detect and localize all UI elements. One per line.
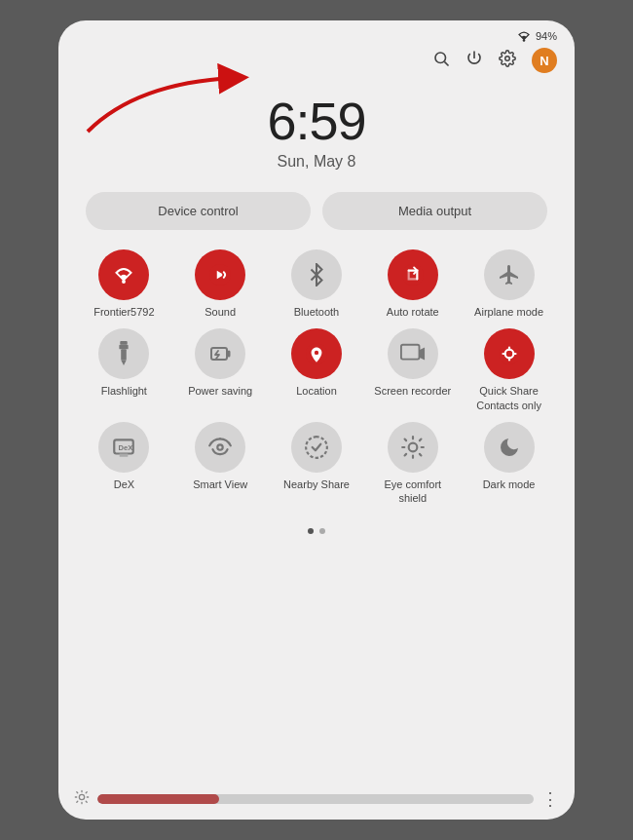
status-icons: 94% <box>516 30 557 42</box>
eyecomfort-tile-label: Eye comfort shield <box>374 477 452 506</box>
device-control-button[interactable]: Device control <box>86 192 311 230</box>
tile-screenrecorder[interactable]: Screen recorder <box>374 328 452 412</box>
airplane-tile-icon <box>484 249 535 300</box>
svg-text:DeX: DeX <box>119 443 133 452</box>
wifi-tile-icon <box>98 249 149 300</box>
bluetooth-tile-icon <box>291 249 342 300</box>
nearbyshare-tile-icon <box>291 422 342 473</box>
tile-quickshare[interactable]: Quick Share Contacts only <box>470 328 548 412</box>
user-avatar[interactable]: N <box>532 48 557 73</box>
settings-icon[interactable] <box>499 50 516 72</box>
tile-bluetooth[interactable]: Bluetooth <box>278 249 355 319</box>
media-output-button[interactable]: Media output <box>322 192 547 230</box>
power-icon[interactable] <box>465 50 483 72</box>
svg-rect-10 <box>211 348 227 360</box>
svg-rect-9 <box>122 350 128 361</box>
sound-tile-label: Sound <box>205 305 236 319</box>
location-tile-icon <box>291 328 342 379</box>
bluetooth-tile-label: Bluetooth <box>294 305 339 319</box>
darkmode-tile-icon <box>484 422 535 473</box>
svg-point-0 <box>523 39 526 42</box>
brightness-track[interactable] <box>97 794 534 804</box>
top-actions: N <box>58 46 575 81</box>
svg-point-6 <box>402 264 424 286</box>
dex-tile-label: DeX <box>114 477 134 491</box>
dot-1 <box>308 528 314 534</box>
tile-wifi[interactable]: Frontier5792 <box>85 249 163 319</box>
powersaving-tile-label: Power saving <box>188 384 252 398</box>
tile-smartview[interactable]: Smart View <box>181 422 259 506</box>
qs-row-3: DeX DeX Smart View <box>78 422 555 506</box>
wifi-icon <box>516 30 532 42</box>
eyecomfort-tile-icon <box>388 422 438 473</box>
tile-nearbyshare[interactable]: Nearby Share <box>278 422 355 506</box>
svg-point-17 <box>217 444 222 449</box>
svg-point-3 <box>505 56 510 60</box>
wifi-tile-label: Frontier5792 <box>93 305 154 319</box>
autorotate-tile-icon <box>388 249 438 300</box>
quickshare-tile-label: Quick Share Contacts only <box>470 384 548 412</box>
svg-rect-13 <box>401 345 420 360</box>
darkmode-tile-label: Dark mode <box>483 477 536 491</box>
screenrecorder-tile-label: Screen recorder <box>374 384 451 398</box>
location-tile-label: Location <box>296 384 337 398</box>
tile-location[interactable]: Location <box>278 328 355 412</box>
svg-point-18 <box>408 443 417 452</box>
brightness-more-icon[interactable]: ⋮ <box>541 788 559 810</box>
tile-powersaving[interactable]: Power saving <box>181 328 259 412</box>
qs-row-2: Flashlight Power saving <box>78 328 555 412</box>
svg-rect-8 <box>120 345 129 350</box>
tile-flashlight[interactable]: Flashlight <box>85 328 163 412</box>
svg-rect-7 <box>121 341 128 345</box>
clock-date: Sun, May 8 <box>58 153 575 171</box>
dots-indicator <box>58 520 575 542</box>
tile-sound[interactable]: Sound <box>181 249 259 319</box>
quick-settings: Frontier5792 Sound Bluet <box>58 240 575 520</box>
screenrecorder-tile-icon <box>388 328 438 379</box>
flashlight-tile-icon <box>98 328 149 379</box>
nearbyshare-tile-label: Nearby Share <box>283 477 350 491</box>
phone-panel: 94% <box>58 20 575 820</box>
dot-2 <box>319 528 325 534</box>
powersaving-tile-icon <box>195 328 245 379</box>
status-bar: 94% <box>58 20 575 46</box>
tile-autorotate[interactable]: Auto rotate <box>374 249 452 319</box>
brightness-fill <box>97 794 219 804</box>
dex-tile-icon: DeX <box>98 422 149 473</box>
svg-point-4 <box>122 280 126 284</box>
tile-airplane[interactable]: Airplane mode <box>470 249 548 319</box>
control-buttons: Device control Media output <box>58 174 575 240</box>
qs-row-1: Frontier5792 Sound Bluet <box>78 249 555 319</box>
svg-point-12 <box>315 351 318 355</box>
battery-percent: 94% <box>536 30 557 42</box>
autorotate-tile-label: Auto rotate <box>387 305 439 319</box>
quickshare-tile-icon <box>484 328 535 379</box>
smartview-tile-icon <box>195 422 245 473</box>
smartview-tile-label: Smart View <box>193 477 247 491</box>
flashlight-tile-label: Flashlight <box>101 384 147 398</box>
tile-eyecomfort[interactable]: Eye comfort shield <box>374 422 452 506</box>
tile-darkmode[interactable]: Dark mode <box>470 422 548 506</box>
clock-time: 6:59 <box>58 91 575 151</box>
tile-dex[interactable]: DeX DeX <box>85 422 163 506</box>
brightness-icon <box>74 789 90 809</box>
svg-line-2 <box>444 61 448 65</box>
sound-tile-icon <box>195 249 245 300</box>
svg-point-19 <box>79 794 84 799</box>
airplane-tile-label: Airplane mode <box>474 305 543 319</box>
clock-section: 6:59 Sun, May 8 <box>58 81 575 174</box>
svg-point-1 <box>435 53 446 63</box>
brightness-bar-container: ⋮ <box>58 783 575 820</box>
search-icon[interactable] <box>432 50 450 72</box>
